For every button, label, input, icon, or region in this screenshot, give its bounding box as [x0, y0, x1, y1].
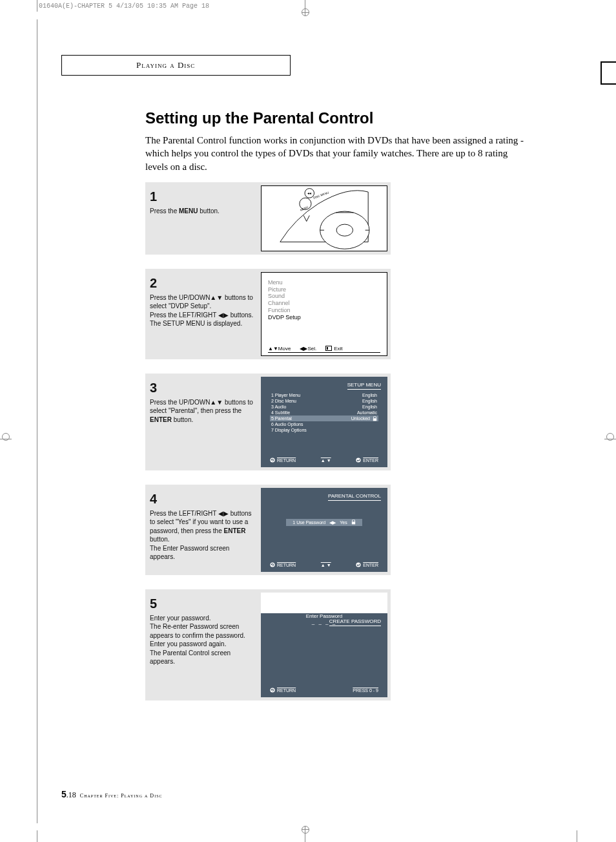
print-mark-bottom [305, 826, 313, 842]
tv-row-r: Automatic [357, 410, 377, 416]
svg-rect-7 [352, 522, 355, 525]
footer-enter: ENTER [363, 562, 378, 568]
step-1: 1 Press the MENU button. [145, 182, 391, 255]
footer-enter: ENTER [363, 458, 378, 463]
intro-paragraph: The Parental Control function works in c… [145, 134, 526, 173]
menu-item: Sound [268, 293, 380, 300]
step-2-text: 2 Press the UP/DOWN▲▼ buttons to select … [149, 272, 256, 356]
trim-line [37, 19, 37, 823]
tv-footer: RETURN ▲ ▼ ENTER [270, 562, 378, 568]
step-3: 3 Press the UP/DOWN▲▼ buttons to select … [145, 374, 391, 470]
menu-item: Picture [268, 286, 380, 293]
enter-icon [356, 458, 361, 463]
step-3-text: 3 Press the UP/DOWN▲▼ buttons to select … [149, 377, 256, 467]
lock-icon [351, 520, 356, 525]
footer-page-major: 5 [61, 789, 67, 799]
step-3-figure: SETUP MENU 1 Player MenuEnglish 2 Disc M… [261, 377, 387, 467]
content-area: Playing a Disc Setting up the Parental C… [61, 55, 559, 715]
step-4-figure: PARENTAL CONTROL 1 Use Password ◀▶ Yes [261, 488, 387, 572]
tv-row: 2 Disc MenuEnglish [270, 398, 378, 404]
tv-row: 7 Display Options [270, 427, 378, 433]
tv-row: 4 SubtitleAutomatic [270, 410, 378, 416]
tv-row-l: 5 Parental [271, 416, 292, 421]
step-4-line1c: button. [150, 536, 170, 543]
hint-exit: Exit [334, 346, 342, 352]
menu-item: Function [268, 307, 380, 314]
step-5: 5 Enter your password. The Re-enter Pass… [145, 589, 391, 700]
print-mark-top [305, 0, 313, 16]
step-number: 5 [150, 595, 254, 613]
tv-screen-setup: SETUP MENU 1 Player MenuEnglish 2 Disc M… [261, 377, 387, 467]
footer-arrows: ▲ ▼ [321, 562, 331, 568]
tv-row-r: English [362, 398, 377, 404]
step-number: 1 [150, 188, 254, 205]
step-1-text-c: button. [198, 207, 219, 215]
step-2-line2: Press the LEFT/RIGHT ◀▶ buttons. [150, 311, 254, 320]
tv-title: PARENTAL CONTROL [328, 493, 381, 501]
enter-icon [356, 562, 361, 567]
step-4: 4 Press the LEFT/RIGHT ◀▶ buttons to sel… [145, 485, 391, 575]
footer-arrows: ▲ ▼ [321, 458, 331, 463]
tv-row-l: 7 Display Options [271, 427, 307, 433]
svg-point-9 [356, 563, 361, 567]
section-tab-label: Playing a Disc [136, 60, 195, 70]
svg-point-1 [336, 224, 353, 236]
step-1-text: 1 Press the MENU button. [149, 185, 256, 251]
footer-return: RETURN [277, 562, 296, 568]
hint-underline [268, 352, 380, 353]
step-1-text-b: MENU [179, 207, 198, 215]
row-arrows: ◀▶ [329, 520, 336, 525]
tv-title: CREATE PASSWORD [329, 618, 381, 626]
tv-screen-create-password: CREATE PASSWORD Enter Password – – – – R… [261, 613, 387, 697]
menu-item: Channel [268, 300, 380, 307]
footer-page-minor: .18 [67, 790, 76, 799]
tv-row-highlighted: 5 Parental Unlocked [270, 416, 378, 421]
step-1-text-a: Press the [150, 207, 179, 215]
step-5-line2: The Re-enter Password screen appears to … [150, 622, 254, 640]
step-2-line1: Press the UP/DOWN▲▼ buttons to select "D… [150, 293, 254, 311]
tv-title: SETUP MENU [347, 382, 381, 390]
tv-footer: RETURN PRESS 0 - 9 [270, 688, 378, 693]
return-icon [270, 458, 275, 463]
remote-illustration: MENU DISC MENU ◂◂ [276, 186, 373, 251]
row-label: 1 Use Password [293, 520, 325, 525]
step-5-line1: Enter your password. [150, 614, 254, 623]
tv-row-l: 1 Player Menu [271, 392, 300, 398]
tv-row-l: 3 Audio [271, 404, 286, 410]
tv-row-r: English [362, 404, 377, 410]
osd-hint-bar: ▲▼Move ◀▶Sel. Exit [268, 346, 380, 352]
tv-footer: RETURN ▲ ▼ ENTER [270, 458, 378, 463]
file-header: 01640A(E)-CHAPTER 5 4/13/05 10:35 AM Pag… [39, 3, 209, 10]
footer-return: RETURN [277, 688, 296, 693]
step-2-line3: The SETUP MENU is displayed. [150, 319, 254, 328]
print-mark-left [0, 433, 12, 445]
page: 01640A(E)-CHAPTER 5 4/13/05 10:35 AM Pag… [0, 0, 616, 842]
footer-chapter: Chapter Five: Playing a Disc [80, 793, 163, 799]
hint-sel: ◀▶Sel. [300, 346, 316, 352]
remote-rew-icon: ◂◂ [307, 190, 311, 195]
step-5-figure: CREATE PASSWORD Enter Password – – – – R… [261, 593, 387, 697]
step-number: 2 [150, 275, 254, 292]
osd-menu-list: Menu Picture Sound Channel Function DVDP… [262, 273, 387, 325]
crop-mark [37, 830, 37, 842]
step-3-line1: Press the UP/DOWN▲▼ buttons to select "P… [150, 399, 253, 415]
return-icon [270, 688, 275, 693]
step-5-line3: Enter you password again. [150, 640, 254, 649]
tv-row-l: 6 Audio Options [271, 421, 303, 427]
step-2-figure: Menu Picture Sound Channel Function DVDP… [261, 272, 387, 356]
page-footer: 5.18 Chapter Five: Playing a Disc [61, 789, 162, 800]
step-5-line4: The Parental Control screen appears. [150, 649, 254, 666]
lock-icon [373, 416, 377, 421]
menu-item: Menu [268, 279, 380, 286]
step-number: 4 [150, 490, 254, 508]
step-4-text: 4 Press the LEFT/RIGHT ◀▶ buttons to sel… [149, 488, 256, 572]
step-2: 2 Press the UP/DOWN▲▼ buttons to select … [145, 269, 391, 359]
step-5-text: 5 Enter your password. The Re-enter Pass… [149, 593, 256, 697]
use-password-row: 1 Use Password ◀▶ Yes [286, 519, 362, 526]
menu-item-active: DVDP Setup [268, 314, 380, 321]
tv-row-l: 2 Disc Menu [271, 398, 296, 404]
crop-mark [577, 830, 577, 842]
tv-row-r: Unlocked [351, 416, 370, 421]
crop-mark [37, 0, 37, 12]
step-3-line1c: button. [172, 416, 193, 423]
